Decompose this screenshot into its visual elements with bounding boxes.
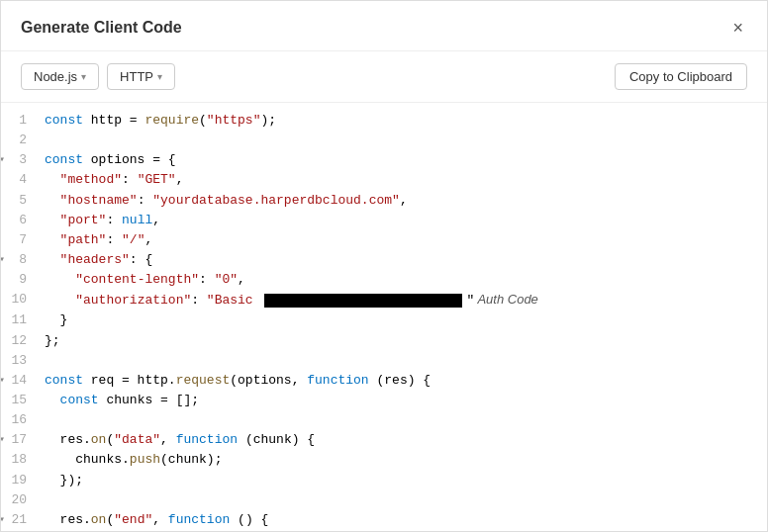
code-table: 1const http = require("https");2▾3const … — [1, 111, 767, 531]
fold-icon[interactable]: ▾ — [1, 373, 5, 389]
auth-label: Auth Code — [474, 292, 538, 307]
line-number: ▾21 — [1, 510, 37, 530]
plain-token: , — [160, 432, 176, 447]
line-number: 1 — [1, 111, 37, 131]
line-number: 10 — [1, 290, 37, 310]
copy-to-clipboard-button[interactable]: Copy to Clipboard — [615, 63, 747, 90]
language-chevron-icon: ▾ — [81, 71, 86, 82]
plain-token: ); — [260, 113, 276, 128]
fn-token: on — [91, 432, 107, 447]
code-cell: }; — [37, 331, 767, 351]
line-number: 15 — [1, 391, 37, 410]
table-row: 12}; — [1, 331, 767, 351]
line-number: 22 — [1, 530, 37, 531]
table-row: 6 "port": null, — [1, 211, 767, 230]
code-cell — [37, 490, 767, 510]
table-row: 9 "content-length": "0", — [1, 270, 767, 290]
plain-token: chunks = []; — [99, 393, 199, 407]
code-cell: "path": "/", — [37, 230, 767, 250]
fn-token: push — [130, 452, 160, 467]
code-cell: "authorization": "Basic " Auth Code — [37, 290, 767, 310]
protocol-chevron-icon: ▾ — [157, 71, 162, 82]
plain-token — [45, 393, 60, 407]
line-number: 18 — [1, 450, 37, 470]
table-row: 5 "hostname": "yourdatabase.harperdbclou… — [1, 191, 767, 211]
plain-token — [45, 213, 60, 227]
table-row: ▾17 res.on("data", function (chunk) { — [1, 430, 767, 450]
table-row: ▾3const options = { — [1, 150, 767, 170]
auth-redacted — [264, 294, 462, 308]
plain-token: req = http. — [83, 373, 176, 388]
plain-token: options = { — [83, 152, 176, 167]
language-dropdown[interactable]: Node.js ▾ — [21, 63, 99, 90]
line-number: 12 — [1, 331, 37, 351]
kw-token: function — [307, 373, 368, 388]
code-cell: "hostname": "yourdatabase.harperdbcloud.… — [37, 191, 767, 211]
str-token: "data" — [114, 432, 160, 447]
table-row: 20 — [1, 490, 767, 510]
line-number: 6 — [1, 211, 37, 230]
plain-token: (chunk) { — [238, 432, 315, 447]
toolbar-left: Node.js ▾ HTTP ▾ — [21, 63, 175, 90]
code-cell: "port": null, — [37, 211, 767, 230]
str-token: "Basic — [207, 293, 261, 308]
table-row: 16 — [1, 410, 767, 430]
table-row: ▾14const req = http.request(options, fun… — [1, 371, 767, 391]
modal: Generate Client Code × Node.js ▾ HTTP ▾ … — [0, 0, 768, 532]
line-number: ▾17 — [1, 430, 37, 450]
plain-token: (res) { — [369, 373, 431, 388]
plain-token: res. — [45, 512, 91, 527]
plain-token — [45, 232, 60, 247]
modal-header: Generate Client Code × — [1, 1, 767, 51]
fold-icon[interactable]: ▾ — [1, 152, 5, 168]
code-cell: const req = http.request(options, functi… — [37, 371, 767, 391]
language-label: Node.js — [34, 69, 77, 84]
fold-icon[interactable]: ▾ — [1, 432, 5, 448]
plain-token: , — [144, 232, 152, 247]
close-button[interactable]: × — [728, 17, 747, 39]
table-row: 1const http = require("https"); — [1, 111, 767, 131]
modal-title: Generate Client Code — [21, 19, 182, 37]
fold-icon[interactable]: ▾ — [1, 252, 5, 268]
kw-token: function — [168, 512, 230, 527]
table-row: 13 — [1, 351, 767, 371]
code-cell — [37, 410, 767, 430]
protocol-dropdown[interactable]: HTTP ▾ — [107, 63, 175, 90]
plain-token: (chunk); — [160, 452, 222, 467]
table-row: 15 const chunks = []; — [1, 391, 767, 410]
plain-token: http = — [83, 113, 144, 128]
plain-token: ( — [199, 113, 207, 128]
line-number: 5 — [1, 191, 37, 211]
code-area: 1const http = require("https");2▾3const … — [1, 103, 767, 531]
plain-token: } — [45, 312, 67, 327]
plain-token — [45, 272, 75, 287]
protocol-label: HTTP — [120, 69, 153, 84]
code-cell: }); — [37, 471, 767, 490]
kw-token: const — [45, 152, 83, 167]
plain-token — [45, 252, 60, 267]
line-number: 7 — [1, 230, 37, 250]
line-number: ▾14 — [1, 371, 37, 391]
table-row: 18 chunks.push(chunk); — [1, 450, 767, 470]
plain-token: , — [152, 512, 168, 527]
plain-token: (options, — [230, 373, 307, 388]
kw-token: const — [60, 393, 99, 407]
code-cell — [37, 351, 767, 371]
str-token: "yourdatabase.harperdbcloud.com" — [152, 193, 400, 208]
plain-token: : — [106, 213, 122, 227]
code-cell: const http = require("https"); — [37, 111, 767, 131]
code-cell: "headers": { — [37, 250, 767, 270]
plain-token: , — [176, 172, 184, 187]
line-number: ▾8 — [1, 250, 37, 270]
line-number: 4 — [1, 170, 37, 190]
plain-token: : — [199, 272, 215, 287]
fold-icon[interactable]: ▾ — [1, 512, 5, 528]
code-cell: } — [37, 310, 767, 330]
kw-token: const — [45, 113, 83, 128]
line-number: 13 — [1, 351, 37, 371]
str-token: "end" — [114, 512, 152, 527]
table-row: 22 const body = Buffer.concat(chunks); — [1, 530, 767, 531]
kw-token: const — [45, 373, 83, 388]
line-number: ▾3 — [1, 150, 37, 170]
plain-token: : — [106, 232, 122, 247]
